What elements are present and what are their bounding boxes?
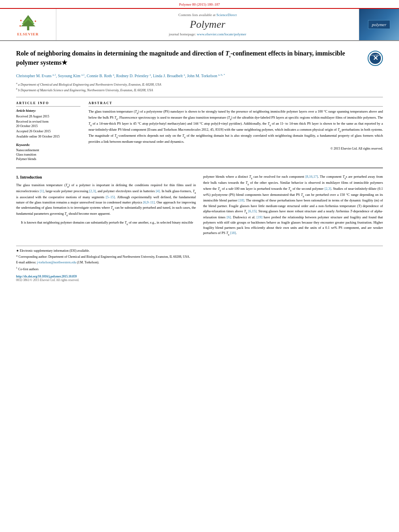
email-link[interactable]: j-torkelson@northwestern.edu	[37, 261, 76, 264]
ref-6-9-11[interactable]: [6,9–11]	[143, 200, 155, 204]
ref-6b[interactable]: [6]	[227, 215, 231, 219]
keyword-3: Polymer blends	[16, 157, 80, 161]
homepage-link[interactable]: www.elsevier.com/locate/polymer	[197, 32, 246, 36]
page-wrapper: Polymer 80 (2015) 180–187	[0, 0, 399, 532]
page-footer: http://dx.doi.org/10.1016/j.polymer.2015…	[16, 275, 383, 282]
article-info: ARTICLE INFO Article history: Received 2…	[16, 101, 80, 162]
svg-point-5	[20, 20, 22, 21]
journal-name: Polymer	[190, 18, 225, 31]
body-col-left: 1. Introduction The glass transition tem…	[16, 174, 196, 240]
journal-homepage: journal homepage: www.elsevier.com/locat…	[169, 32, 246, 36]
keyword-1: Nanoconfinement	[16, 148, 80, 152]
authors: Christopher M. Evans a,1, Soyoung Kim a,…	[16, 73, 383, 79]
affiliation-b: b b Department of Materials Science and …	[16, 87, 383, 93]
svg-text:CrossMark: CrossMark	[369, 53, 382, 57]
ref-23[interactable]: [2,3]	[89, 189, 96, 193]
author-broadbelt: Linda J. Broadbelt	[153, 74, 183, 78]
article-info-title: ARTICLE INFO	[16, 101, 80, 107]
science-direct-anchor[interactable]: ScienceDirect	[216, 13, 237, 17]
ref-5-15[interactable]: [5–15]	[106, 195, 115, 199]
body-col-right: polymer blends where a distinct Tg can b…	[203, 174, 383, 240]
article-title-section: Role of neighboring domains in determini…	[16, 49, 383, 67]
author-priestley: Rodney D. Priestley	[116, 74, 149, 78]
author-roth: Connie B. Roth	[87, 74, 112, 78]
abstract-text: The glass transition temperature (Tg) of…	[88, 109, 383, 144]
footnote-corresponding: * Corresponding author: Department of Ch…	[16, 255, 383, 259]
copyright: © 2015 Elsevier Ltd. All rights reserved…	[88, 147, 383, 150]
ref-6-15[interactable]: [6,15]	[248, 209, 257, 213]
elsevier-logo: ELSEVIER	[0, 9, 56, 40]
keywords-label: Keywords:	[16, 143, 80, 147]
thick-divider	[16, 167, 383, 168]
history-revised: Received in revised form20 October 2015	[16, 119, 80, 128]
intro-p2: It is known that neighboring polymer dom…	[16, 220, 196, 226]
history-online: Available online 30 October 2015	[16, 134, 80, 139]
journal-center: Contents lists available at ScienceDirec…	[56, 9, 359, 40]
polymer-badge: polymer	[368, 20, 390, 29]
issn-text: 0032-3861/© 2015 Elsevier Ltd. All right…	[16, 278, 79, 282]
elsevier-tree-icon	[16, 13, 40, 31]
ref-1[interactable]: [1]	[40, 189, 44, 193]
doi-link[interactable]: http://dx.doi.org/10.1016/j.polymer.2015…	[16, 275, 77, 278]
keyword-2: Glass transition	[16, 153, 80, 156]
keywords-section: Keywords: Nanoconfinement Glass transiti…	[16, 143, 80, 161]
article-title: Role of neighboring domains in determini…	[16, 49, 364, 67]
body-columns: 1. Introduction The glass transition tem…	[16, 174, 383, 240]
history-received: Received 28 August 2015	[16, 114, 80, 119]
journal-header: Polymer 80 (2015) 180–187	[0, 0, 399, 9]
abstract-title: ABSTRACT	[88, 101, 383, 107]
ref-4[interactable]: [4]	[156, 189, 160, 193]
footnote-esi: ★ Electronic supplementary information (…	[16, 249, 383, 253]
info-abstract: ARTICLE INFO Article history: Received 2…	[16, 101, 383, 162]
author-evans: Christopher M. Evans	[16, 74, 51, 78]
author-torkelson: John M. Torkelson	[187, 74, 217, 78]
intro-p1: The glass transition temperature (Tg) of…	[16, 183, 196, 217]
author-kim: Soyoung Kim	[58, 74, 80, 78]
footnote-email: E-mail address: j-torkelson@northwestern…	[16, 260, 383, 265]
svg-point-7	[19, 25, 21, 27]
ref-18[interactable]: [18]	[239, 198, 244, 202]
history-accepted: Accepted 26 October 2015	[16, 129, 80, 134]
polymer-journal-image: polymer	[359, 9, 399, 40]
ref-2-3[interactable]: [2,3]	[325, 187, 331, 191]
intro-heading: 1. Introduction	[16, 174, 196, 181]
svg-rect-1	[27, 26, 29, 30]
ref-8-16-17[interactable]: [8,16,17]	[305, 175, 318, 179]
affiliations: a a Department of Chemical and Biologica…	[16, 82, 383, 92]
footnote-cofirst: 1 Co-first authors	[16, 266, 383, 271]
citation-text: Polymer 80 (2015) 180–187	[179, 2, 220, 6]
footnotes: ★ Electronic supplementary information (…	[16, 246, 383, 271]
elsevier-brand: ELSEVIER	[17, 32, 39, 36]
journal-banner: ELSEVIER Contents lists available at Sci…	[0, 9, 399, 41]
crossmark-icon: ✕ CrossMark	[368, 51, 383, 66]
svg-point-6	[35, 21, 36, 22]
article-content: Role of neighboring domains in determini…	[0, 41, 399, 290]
divider-1	[16, 97, 383, 97]
crossmark: ✕ CrossMark	[368, 51, 383, 67]
history-label: Article history:	[16, 109, 80, 113]
affiliation-a: a a Department of Chemical and Biologica…	[16, 82, 383, 87]
ref-18b[interactable]: [18]	[230, 231, 236, 235]
abstract-section: ABSTRACT The glass transition temperatur…	[88, 101, 383, 162]
ref-19[interactable]: [19]	[257, 215, 262, 219]
science-direct-link: Contents lists available at ScienceDirec…	[179, 13, 237, 17]
right-p1: polymer blends where a distinct Tg can b…	[203, 174, 383, 237]
